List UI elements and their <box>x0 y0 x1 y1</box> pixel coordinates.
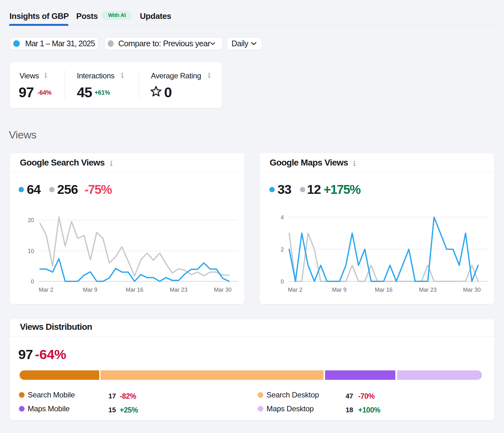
svg-text:Mar 23: Mar 23 <box>170 287 187 293</box>
svg-text:Mar 9: Mar 9 <box>332 287 346 293</box>
svg-text:Mar 2: Mar 2 <box>39 287 53 293</box>
svg-text:Mar 30: Mar 30 <box>214 287 232 293</box>
svg-text:0: 0 <box>31 278 34 285</box>
svg-text:Mar 30: Mar 30 <box>463 287 481 293</box>
svg-text:20: 20 <box>28 217 34 223</box>
svg-text:Mar 2: Mar 2 <box>288 287 302 293</box>
svg-text:Mar 16: Mar 16 <box>375 287 392 293</box>
svg-text:0: 0 <box>281 278 284 285</box>
svg-text:2: 2 <box>281 246 284 253</box>
svg-text:10: 10 <box>28 248 34 254</box>
svg-text:Mar 23: Mar 23 <box>419 287 437 293</box>
svg-text:Mar 9: Mar 9 <box>83 287 97 293</box>
svg-text:4: 4 <box>281 214 284 221</box>
svg-text:Mar 16: Mar 16 <box>126 287 143 293</box>
